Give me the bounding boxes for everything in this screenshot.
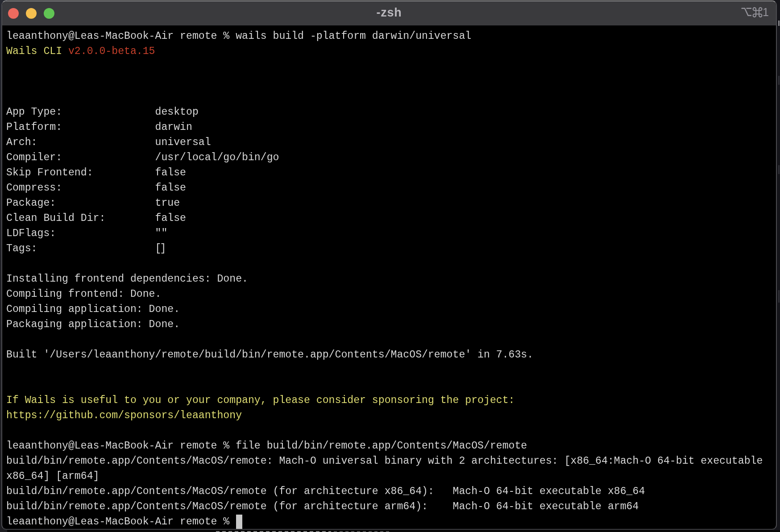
- svg-text:1: 1: [763, 6, 769, 18]
